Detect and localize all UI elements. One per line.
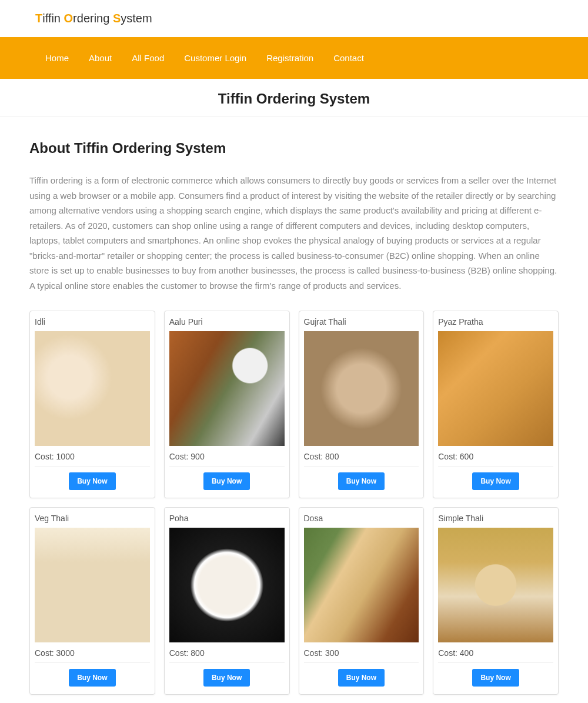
food-name: Simple Thali bbox=[438, 512, 553, 528]
food-image bbox=[438, 528, 553, 642]
brand-accent-letter: S bbox=[113, 12, 121, 25]
nav-link-about[interactable]: About bbox=[79, 46, 122, 70]
brand-text: ystem bbox=[121, 12, 152, 25]
buy-button-wrap: Buy Now bbox=[169, 467, 285, 493]
nav-link-home[interactable]: Home bbox=[35, 46, 79, 70]
food-image bbox=[35, 331, 150, 446]
buy-now-button[interactable]: Buy Now bbox=[203, 669, 250, 687]
buy-button-wrap: Buy Now bbox=[438, 663, 553, 689]
food-name: Poha bbox=[169, 512, 285, 528]
buy-now-button[interactable]: Buy Now bbox=[69, 472, 115, 490]
food-image bbox=[304, 331, 419, 446]
food-image bbox=[169, 331, 285, 446]
food-card: Pyaz PrathaCost: 600Buy Now bbox=[433, 311, 559, 498]
brand-text: rdering bbox=[73, 12, 113, 25]
buy-button-wrap: Buy Now bbox=[35, 663, 150, 689]
buy-button-wrap: Buy Now bbox=[35, 467, 150, 493]
food-cost: Cost: 3000 bbox=[35, 642, 150, 663]
buy-now-button[interactable]: Buy Now bbox=[69, 669, 115, 687]
main-navbar: HomeAboutAll FoodCustomer LoginRegistrat… bbox=[0, 37, 588, 79]
page-title: Tiffin Ordering System bbox=[0, 79, 588, 116]
brand-text: iffin bbox=[42, 12, 64, 25]
header: Tiffin Ordering System bbox=[0, 0, 588, 37]
food-card: Simple ThaliCost: 400Buy Now bbox=[433, 507, 559, 695]
brand-accent-letter: O bbox=[64, 12, 74, 25]
food-card: Veg ThaliCost: 3000Buy Now bbox=[29, 507, 155, 695]
food-name: Idli bbox=[35, 316, 150, 331]
buy-button-wrap: Buy Now bbox=[304, 467, 419, 493]
food-cost: Cost: 400 bbox=[438, 642, 553, 663]
food-card: PohaCost: 800Buy Now bbox=[164, 507, 290, 695]
food-name: Gujrat Thali bbox=[304, 316, 419, 331]
food-name: Aalu Puri bbox=[169, 316, 285, 331]
about-body: Tiffin ordering is a form of electronic … bbox=[29, 173, 559, 293]
buy-now-button[interactable]: Buy Now bbox=[338, 472, 385, 490]
food-name: Dosa bbox=[304, 512, 419, 528]
buy-now-button[interactable]: Buy Now bbox=[472, 669, 519, 687]
food-grid: IdliCost: 1000Buy NowAalu PuriCost: 900B… bbox=[29, 311, 559, 695]
nav-link-customer-login[interactable]: Customer Login bbox=[174, 46, 256, 70]
food-image bbox=[438, 331, 553, 446]
food-image bbox=[169, 528, 285, 642]
buy-now-button[interactable]: Buy Now bbox=[203, 472, 250, 490]
food-cost: Cost: 800 bbox=[304, 446, 419, 467]
food-name: Veg Thali bbox=[35, 512, 150, 528]
brand-logo: Tiffin Ordering System bbox=[35, 12, 553, 25]
food-card: Gujrat ThaliCost: 800Buy Now bbox=[299, 311, 425, 498]
food-cost: Cost: 1000 bbox=[35, 446, 150, 467]
buy-button-wrap: Buy Now bbox=[169, 663, 285, 689]
buy-now-button[interactable]: Buy Now bbox=[338, 669, 385, 687]
food-cost: Cost: 800 bbox=[169, 642, 285, 663]
food-cost: Cost: 600 bbox=[438, 446, 553, 467]
food-card: IdliCost: 1000Buy Now bbox=[29, 311, 155, 498]
buy-now-button[interactable]: Buy Now bbox=[472, 472, 519, 490]
food-name: Pyaz Pratha bbox=[438, 316, 553, 331]
nav-link-contact[interactable]: Contact bbox=[323, 46, 374, 70]
buy-button-wrap: Buy Now bbox=[304, 663, 419, 689]
food-image bbox=[35, 528, 150, 642]
food-image bbox=[304, 528, 419, 642]
about-heading: About Tiffin Ordering System bbox=[29, 140, 559, 156]
food-card: DosaCost: 300Buy Now bbox=[299, 507, 425, 695]
buy-button-wrap: Buy Now bbox=[438, 467, 553, 493]
nav-link-registration[interactable]: Registration bbox=[256, 46, 323, 70]
food-cost: Cost: 300 bbox=[304, 642, 419, 663]
food-card: Aalu PuriCost: 900Buy Now bbox=[164, 311, 290, 498]
nav-link-all-food[interactable]: All Food bbox=[122, 46, 174, 70]
brand-accent-letter: T bbox=[35, 12, 42, 25]
food-cost: Cost: 900 bbox=[169, 446, 285, 467]
